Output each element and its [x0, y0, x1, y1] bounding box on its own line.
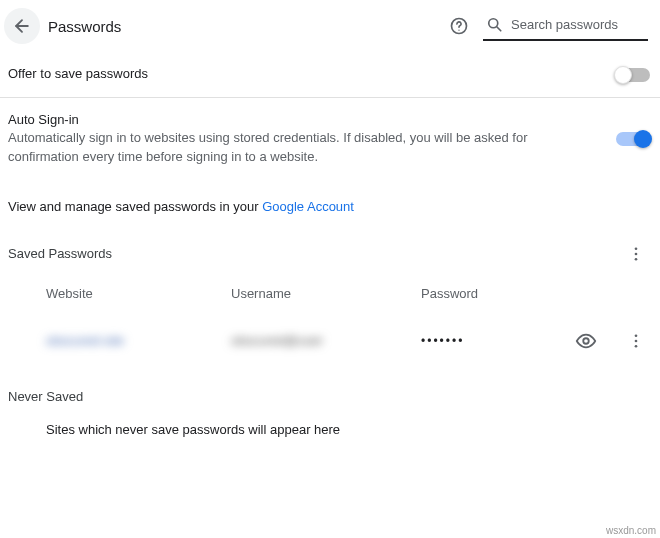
svg-point-10	[635, 339, 638, 342]
offer-save-toggle[interactable]	[616, 68, 650, 82]
arrow-left-icon	[12, 16, 32, 36]
search-input[interactable]	[511, 17, 646, 32]
svg-point-8	[583, 338, 589, 344]
eye-icon	[575, 330, 597, 352]
saved-passwords-menu-button[interactable]	[620, 238, 652, 270]
entry-password-mask: •••••••	[421, 334, 572, 348]
page-title: Passwords	[48, 18, 121, 35]
entry-username: obscured@user	[231, 333, 421, 348]
column-website: Website	[46, 286, 231, 301]
svg-point-11	[635, 345, 638, 348]
saved-passwords-title: Saved Passwords	[8, 246, 112, 261]
column-password: Password	[421, 286, 590, 301]
more-vert-icon	[627, 245, 645, 263]
auto-signin-section: Auto Sign-in Automatically sign in to we…	[0, 98, 660, 181]
never-saved-empty: Sites which never save passwords will ap…	[0, 414, 660, 453]
column-username: Username	[231, 286, 421, 301]
more-vert-icon	[627, 332, 645, 350]
search-field[interactable]	[483, 11, 648, 41]
entry-menu-button[interactable]	[620, 325, 652, 357]
manage-passwords-row: View and manage saved passwords in your …	[0, 181, 660, 238]
help-icon	[449, 16, 469, 36]
svg-point-3	[489, 19, 498, 28]
auto-signin-toggle[interactable]	[616, 132, 650, 146]
header-bar: Passwords	[0, 0, 660, 52]
never-saved-title: Never Saved	[0, 375, 660, 414]
svg-line-4	[497, 27, 501, 31]
svg-point-9	[635, 334, 638, 337]
svg-point-6	[635, 252, 638, 255]
offer-save-title: Offer to save passwords	[8, 66, 596, 81]
password-entry: obscured-site obscured@user •••••••	[0, 307, 660, 375]
manage-prefix: View and manage saved passwords in your	[8, 199, 262, 214]
auto-signin-desc: Automatically sign in to websites using …	[8, 129, 596, 167]
entry-website[interactable]: obscured-site	[46, 333, 231, 348]
svg-point-2	[458, 30, 459, 31]
watermark: wsxdn.com	[606, 525, 656, 536]
auto-signin-title: Auto Sign-in	[8, 112, 596, 127]
offer-save-section: Offer to save passwords	[0, 52, 660, 97]
search-icon	[485, 15, 503, 33]
saved-columns: Website Username Password	[0, 280, 660, 307]
google-account-link[interactable]: Google Account	[262, 199, 354, 214]
back-button[interactable]	[4, 8, 40, 44]
help-button[interactable]	[443, 10, 475, 42]
svg-point-7	[635, 258, 638, 261]
svg-point-5	[635, 247, 638, 250]
show-password-button[interactable]	[572, 327, 600, 355]
saved-passwords-header: Saved Passwords	[0, 238, 660, 280]
